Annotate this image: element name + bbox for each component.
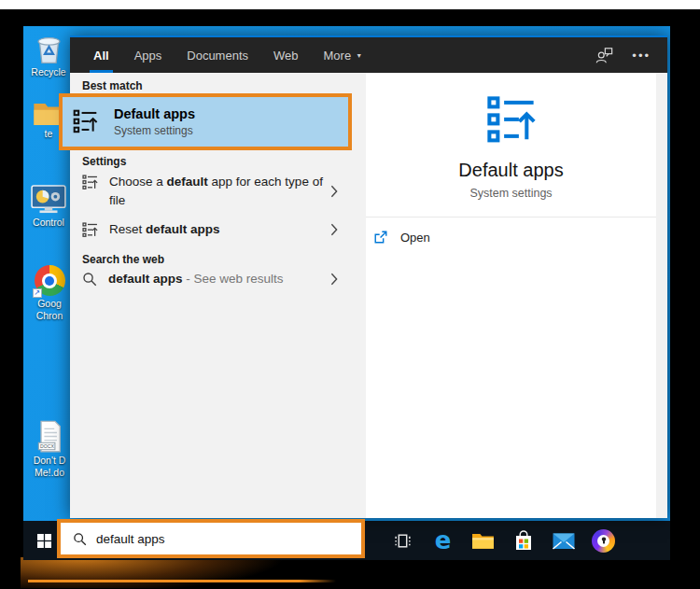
- docx-badge: DOCX: [40, 443, 54, 449]
- annotation-highlight-search-box: [57, 519, 365, 558]
- desktop-icon-label: Chron: [36, 310, 63, 321]
- edge-icon: e: [435, 528, 452, 553]
- chevron-down-icon: ▼: [356, 52, 362, 59]
- more-options-icon[interactable]: •••: [632, 49, 651, 63]
- result-web-search[interactable]: default apps - See web results: [70, 270, 352, 288]
- default-apps-icon: [82, 175, 98, 190]
- start-button[interactable]: [31, 521, 57, 560]
- feedback-icon[interactable]: [595, 47, 613, 64]
- open-action[interactable]: Open: [366, 220, 656, 254]
- desktop-icon-label: Control: [33, 217, 64, 229]
- open-label: Open: [400, 231, 430, 245]
- best-match-result[interactable]: Default apps System settings: [63, 97, 348, 147]
- edge-button[interactable]: e: [430, 521, 455, 560]
- secure-browser-button[interactable]: [591, 521, 616, 560]
- scrollbar-track[interactable]: [656, 73, 667, 518]
- desktop-icon-label: Recycle: [31, 66, 65, 78]
- search-preview-pane: Default apps System settings Open: [366, 73, 667, 518]
- section-label-settings: Settings: [82, 155, 126, 168]
- result-choose-default-app[interactable]: Choose a default app for each type of fi…: [70, 173, 352, 210]
- mail-button[interactable]: [551, 521, 576, 560]
- desktop-icon-label: te: [45, 128, 53, 140]
- desktop-icon-label: Goog: [37, 298, 62, 309]
- annotation-glow-line: [28, 580, 336, 582]
- chevron-right-icon: [330, 223, 338, 236]
- lock-icon: [601, 537, 607, 544]
- annotation-highlight-best-match: Default apps System settings: [59, 93, 352, 150]
- best-match-title: Default apps: [114, 106, 195, 121]
- recycle-bin-icon: [34, 31, 64, 64]
- result-reset-default-apps[interactable]: Reset default apps: [70, 220, 352, 239]
- divider: [366, 217, 656, 217]
- section-label-best-match: Best match: [82, 79, 143, 92]
- preview-subtitle: System settings: [469, 187, 552, 200]
- secure-browser-icon: [592, 529, 615, 553]
- google-chrome-icon: ↗: [35, 265, 65, 296]
- tab-more[interactable]: More ▼: [320, 37, 367, 73]
- default-apps-icon: [73, 109, 98, 134]
- store-button[interactable]: [511, 521, 536, 560]
- search-icon: [73, 532, 87, 546]
- desktop-icon-label: Me!.do: [35, 467, 64, 478]
- desktop-icon-label: Don't D: [34, 455, 66, 466]
- default-apps-icon: [82, 222, 98, 238]
- chevron-right-icon: [330, 185, 338, 198]
- tab-web[interactable]: Web: [270, 37, 302, 73]
- annotation-glow: [21, 557, 352, 588]
- windows-logo-icon: [37, 534, 51, 548]
- search-tabs-bar: All Apps Documents Web More ▼ •••: [70, 37, 667, 73]
- desktop-icon-google-chrome[interactable]: ↗ Goog Chron: [29, 265, 70, 321]
- desktop-icon-recycle-bin[interactable]: Recycle: [27, 31, 70, 77]
- desktop-icon-control-panel[interactable]: Control: [24, 185, 73, 228]
- store-icon: [514, 530, 533, 551]
- mail-icon: [553, 532, 575, 550]
- desktop-icon-docx-document[interactable]: DOCX Don't D Me!.do: [29, 420, 70, 478]
- docx-file-icon: DOCX: [37, 420, 63, 453]
- default-apps-icon: [486, 95, 537, 146]
- preview-title: Default apps: [458, 160, 563, 181]
- file-explorer-icon: [471, 531, 495, 550]
- shortcut-arrow-icon: ↗: [33, 288, 42, 298]
- open-icon: [373, 230, 388, 245]
- chevron-right-icon: [330, 273, 338, 286]
- windows-desktop-screenshot: Recycle te Control ↗ Goog Chron: [0, 0, 700, 589]
- search-icon: [82, 272, 97, 287]
- task-view-icon: [393, 533, 413, 549]
- file-explorer-button[interactable]: [470, 521, 496, 560]
- tab-apps[interactable]: Apps: [131, 37, 166, 73]
- tab-all[interactable]: All: [90, 37, 113, 73]
- taskbar-search-input[interactable]: [96, 532, 329, 546]
- task-view-button[interactable]: [390, 521, 415, 560]
- section-label-search-the-web: Search the web: [82, 253, 164, 266]
- control-panel-icon: [31, 185, 66, 215]
- tab-documents[interactable]: Documents: [183, 37, 252, 73]
- best-match-subtitle: System settings: [114, 124, 195, 137]
